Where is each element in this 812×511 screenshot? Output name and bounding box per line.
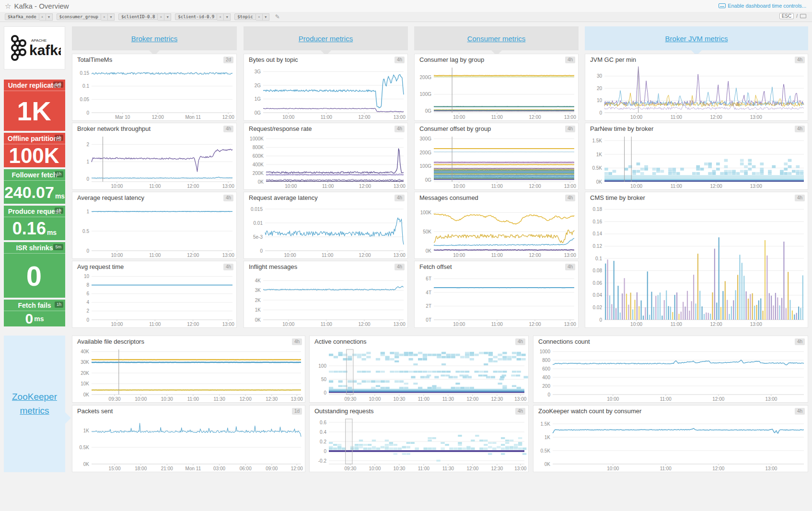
svg-text:12:00: 12:00 xyxy=(529,115,541,120)
panel-title[interactable]: Broker network throughput xyxy=(72,123,236,134)
logo-kafka-text: kafka xyxy=(29,42,61,58)
svg-text:06:00: 06:00 xyxy=(240,466,252,471)
chart-messages-consumed[interactable]: 0K50K100K10:0011:0012:0013:00 xyxy=(415,203,578,258)
svg-text:13:00: 13:00 xyxy=(222,253,234,258)
variable-label[interactable]: $consumer_group xyxy=(57,13,101,20)
time-override-badge: 4h xyxy=(565,195,575,201)
svg-text:0.14: 0.14 xyxy=(593,231,603,236)
variable-label[interactable]: $topic xyxy=(234,13,256,20)
variable-dropdown-button[interactable]: ▾ xyxy=(46,13,53,21)
svg-text:12:00: 12:00 xyxy=(529,184,541,189)
chart-average-request-latency[interactable]: 00.5110:0011:0012:0013:00 xyxy=(72,203,236,258)
variable-label[interactable]: $clientID-0.8 xyxy=(118,13,158,20)
svg-text:12:30: 12:30 xyxy=(266,396,278,402)
chart-consumer-lag-by-group[interactable]: 0G100G200G10:0011:0012:0013:00 xyxy=(415,65,578,120)
svg-text:13:00: 13:00 xyxy=(564,184,576,189)
panel-title[interactable]: Active connections xyxy=(310,336,528,347)
svg-text:11:00: 11:00 xyxy=(149,184,161,189)
chart-connections-count[interactable]: 0200400600800100010:0011:0012:0013:00 xyxy=(534,347,808,402)
zookeeper-metrics-link[interactable]: ZooKeepermetrics xyxy=(12,390,57,418)
consumer-metrics-link[interactable]: Consumer metrics xyxy=(467,35,526,43)
broker-jvm-metrics-link[interactable]: Broker JVM metrics xyxy=(665,35,728,43)
variable-dropdown-button[interactable]: ▾ xyxy=(108,13,115,21)
time-override-badge: 4h xyxy=(223,264,233,270)
svg-text:5e-3: 5e-3 xyxy=(253,234,263,240)
chart-cms-time-by-broker[interactable]: 00.020.040.060.080.10.120.140.160.1810:0… xyxy=(585,203,808,327)
chart-consumer-offset-by-group[interactable]: 0G100G200G300G10:0011:0012:0013:00 xyxy=(415,134,578,189)
variable-dropdown-button[interactable]: ▾ xyxy=(164,13,171,21)
chart-bytes-out-by-topic[interactable]: 0G1G2G3G10:0011:0012:0013:00 xyxy=(244,65,407,120)
stat-value: 240.07 xyxy=(4,183,54,202)
variable-add-button[interactable]: + xyxy=(256,13,263,21)
chart-packets-sent[interactable]: 0K0.5K1K15:0018:0021:00Mon 1103:0006:000… xyxy=(72,416,305,472)
chart-jvm-gc-per-min[interactable]: 010203010:0011:0012:0013:00 xyxy=(585,65,808,120)
chart-zookeeper-watch-count[interactable]: 0K0.5K1K1.5K10:0011:0012:0013:00 xyxy=(534,416,808,472)
panel-title[interactable]: ParNew time by broker xyxy=(585,123,808,134)
panel-title[interactable]: Available file descriptors xyxy=(72,336,305,347)
panel-title[interactable]: Avg request time xyxy=(72,261,236,272)
panel-title[interactable]: JVM GC per min xyxy=(585,54,808,65)
chart-parnew-time-by-broker[interactable]: 0K0.5K1K1.5K10:0011:0012:0013:00 xyxy=(585,134,808,189)
panel-title[interactable]: Fetch offset xyxy=(415,261,578,272)
chart-broker-network-throughput[interactable]: 01210:0011:0012:0013:00 xyxy=(72,134,236,189)
panel-title[interactable]: Consumer offset by group xyxy=(415,123,578,134)
variable-add-button[interactable]: + xyxy=(39,13,46,21)
svg-text:0K: 0K xyxy=(83,392,90,397)
panel-title[interactable]: Average request latency xyxy=(72,192,236,203)
svg-text:13:00: 13:00 xyxy=(514,396,526,402)
panel-zookeeper-watch-count: ZooKeeper watch count by consumer4h 0K0.… xyxy=(533,405,808,472)
chart-totaltimems[interactable]: 00.050.10.15Mar 1012:00Mon 1112:00 xyxy=(72,65,236,120)
broker-metrics-link[interactable]: Broker metrics xyxy=(131,35,178,43)
chart-outstanding-requests[interactable]: -0.200.20.40.609:3010:0010:3011:0011:301… xyxy=(310,416,528,472)
chart-fetch-offset[interactable]: 0T2T4T6T10:0011:0012:0013:00 xyxy=(415,272,578,327)
svg-text:10:00: 10:00 xyxy=(453,253,465,258)
panel-title[interactable]: TotalTimeMs xyxy=(72,54,236,65)
svg-text:1: 1 xyxy=(86,209,89,214)
panel-title[interactable]: Inflight messages xyxy=(244,261,407,272)
stat-under-replicated: Under replicated5m 1K xyxy=(4,80,65,131)
chart-inflight-messages[interactable]: 0K1K2K3K4K10:0011:0012:0013:00 xyxy=(244,272,407,327)
variable-label[interactable]: $client-id-0.9 xyxy=(175,13,217,20)
panel-consumer-offset-by-group: Consumer offset by group4h 0G100G200G300… xyxy=(414,123,579,190)
variable-dropdown-button[interactable]: ▾ xyxy=(224,13,231,21)
panel-title[interactable]: ZooKeeper watch count by consumer xyxy=(534,406,808,416)
star-icon[interactable]: ☆ xyxy=(5,2,11,10)
edit-pencil-icon[interactable]: ✎ xyxy=(275,13,280,20)
panel-title[interactable]: Consumer lag by group xyxy=(415,54,578,65)
chart-avg-request-time[interactable]: 024681010:0011:0012:0013:00 xyxy=(72,272,236,327)
variable-label[interactable]: $kafka_node xyxy=(5,13,39,20)
panel-title[interactable]: Request/response rate xyxy=(244,123,407,134)
svg-text:13:00: 13:00 xyxy=(750,184,762,189)
chart-active-connections[interactable]: 05010009:3010:0010:3011:0011:3012:0012:3… xyxy=(310,347,528,402)
stat-value: 0.16 xyxy=(12,219,46,239)
svg-text:1K: 1K xyxy=(596,152,603,157)
chart-request-response-rate[interactable]: 0K200K400K600K800K1000K10:0011:0012:0013… xyxy=(244,134,407,189)
variable-add-button[interactable]: + xyxy=(101,13,108,21)
svg-text:13:00: 13:00 xyxy=(564,322,576,327)
svg-text:13:00: 13:00 xyxy=(750,115,762,120)
panel-title[interactable]: Request average latency xyxy=(244,192,407,203)
svg-text:11:00: 11:00 xyxy=(149,253,161,258)
dashboard-title[interactable]: ☆Kafka - Overview xyxy=(5,2,69,11)
panel-title[interactable]: CMS time by broker xyxy=(585,192,808,203)
chart-available-file-descriptors[interactable]: 0K10K20K30K40K09:3010:0010:3011:0011:301… xyxy=(72,347,305,402)
panel-title[interactable]: Connections count xyxy=(534,336,808,347)
panel-title[interactable]: Bytes out by topic xyxy=(244,54,407,65)
zookeeper-panel-arrow xyxy=(65,412,71,424)
panel-title[interactable]: Messages consumed xyxy=(415,192,578,203)
variable-dropdown-button[interactable]: ▾ xyxy=(263,13,269,21)
chart-request-average-latency[interactable]: 05e-30.010.01510:0011:0012:0013:00 xyxy=(244,203,407,258)
producer-metrics-link[interactable]: Producer metrics xyxy=(299,35,353,43)
panel-title[interactable]: Packets sent xyxy=(72,406,305,416)
column-header-producer: Producer metrics xyxy=(244,26,408,50)
variable-add-button[interactable]: + xyxy=(158,13,164,21)
panel-parnew-time-by-broker: ParNew time by broker4h 0K0.5K1K1.5K10:0… xyxy=(585,123,808,190)
svg-text:10:30: 10:30 xyxy=(393,466,405,471)
esc-key-badge: ESC xyxy=(779,13,794,19)
panel-title[interactable]: Outstanding requests xyxy=(310,406,528,416)
svg-text:0.1: 0.1 xyxy=(82,83,89,89)
variable-add-button[interactable]: + xyxy=(217,13,224,21)
svg-text:13:00: 13:00 xyxy=(514,466,526,471)
svg-text:400K: 400K xyxy=(253,162,264,167)
enable-time-controls-link[interactable]: Enable dashboard time controls... xyxy=(719,3,806,9)
